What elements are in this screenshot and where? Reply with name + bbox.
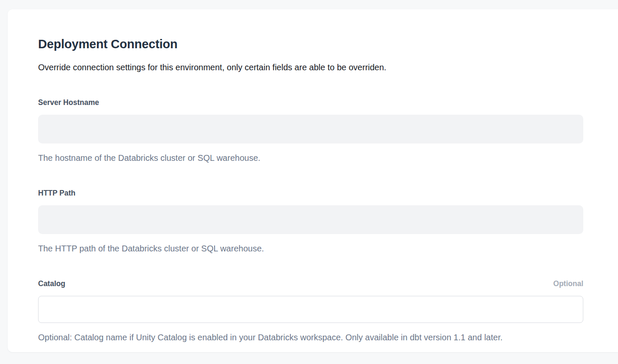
catalog-label: Catalog	[38, 279, 65, 288]
catalog-optional-tag: Optional	[553, 279, 583, 288]
page-subtitle: Override connection settings for this en…	[38, 62, 556, 72]
catalog-helper: Optional: Catalog name if Unity Catalog …	[38, 332, 583, 342]
field-server-hostname: Server Hostname The hostname of the Data…	[38, 98, 583, 163]
field-http-path: HTTP Path The HTTP path of the Databrick…	[38, 188, 583, 254]
page-title: Deployment Connection	[38, 37, 556, 52]
server-hostname-helper: The hostname of the Databricks cluster o…	[38, 153, 583, 163]
server-hostname-label: Server Hostname	[38, 98, 99, 107]
card-content: Deployment Connection Override connectio…	[8, 9, 583, 359]
http-path-label-row: HTTP Path	[38, 188, 583, 198]
http-path-helper: The HTTP path of the Databricks cluster …	[38, 243, 583, 254]
deployment-connection-card: Deployment Connection Override connectio…	[8, 9, 618, 352]
catalog-label-row: Catalog Optional	[38, 279, 583, 288]
catalog-input[interactable]	[38, 296, 583, 323]
http-path-label: HTTP Path	[38, 188, 75, 198]
field-catalog: Catalog Optional Optional: Catalog name …	[38, 279, 583, 342]
server-hostname-label-row: Server Hostname	[38, 98, 583, 107]
server-hostname-input	[38, 115, 583, 143]
http-path-input	[38, 205, 583, 234]
